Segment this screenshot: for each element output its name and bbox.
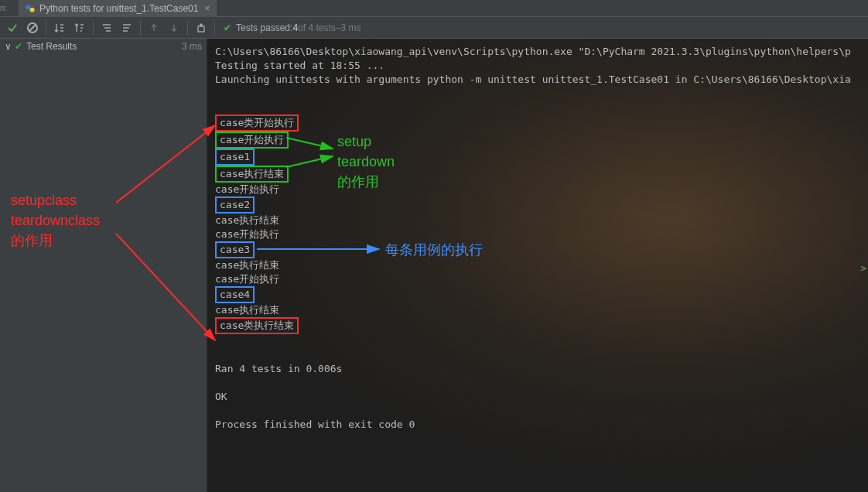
separator bbox=[93, 20, 94, 36]
annotation-setupclass: setupclass teardownclass 的作用 bbox=[11, 190, 100, 251]
console-line: C:\Users\86166\Desktop\xiaowang_api\venv… bbox=[215, 45, 868, 59]
tests-passed-of: of 4 tests bbox=[298, 22, 336, 33]
caret-right-icon: > bbox=[860, 261, 866, 275]
toolbar: ✔ Tests passed: 4 of 4 tests – 3 ms bbox=[0, 17, 868, 39]
chevron-down-icon: ∨ bbox=[5, 41, 12, 52]
out-class-start: case类开始执行 bbox=[215, 114, 868, 132]
annotation-setup-teardown: setup teardown 的作用 bbox=[337, 132, 395, 192]
console-blank bbox=[215, 376, 868, 390]
disable-icon[interactable] bbox=[23, 19, 42, 37]
test-results-root[interactable]: ∨ ✔ Test Results 3 ms bbox=[0, 39, 207, 54]
separator bbox=[46, 20, 46, 36]
sort-duration-icon[interactable] bbox=[70, 19, 89, 37]
out-case-end: case执行结束 bbox=[215, 303, 868, 317]
svg-line-3 bbox=[29, 25, 36, 31]
out-class-end: case类执行结束 bbox=[215, 317, 868, 334]
console-finished: Process finished with exit code 0 bbox=[215, 418, 868, 432]
check-icon[interactable] bbox=[3, 19, 22, 37]
separator bbox=[214, 20, 215, 36]
collapse-icon[interactable] bbox=[118, 19, 136, 37]
separator bbox=[140, 20, 141, 36]
console-blank bbox=[215, 404, 868, 418]
check-icon: ✔ bbox=[224, 22, 231, 33]
console-ok: OK bbox=[215, 390, 868, 404]
tests-passed-time: 3 ms bbox=[340, 22, 361, 33]
tests-passed-dash: – bbox=[336, 22, 341, 33]
console-ran: Ran 4 tests in 0.006s bbox=[215, 362, 868, 376]
next-failed-icon[interactable] bbox=[165, 19, 183, 37]
out-case-end: case执行结束 bbox=[215, 214, 868, 227]
console-blank bbox=[215, 348, 868, 362]
out-case-start: case开始执行 bbox=[215, 227, 868, 241]
svg-point-0 bbox=[26, 5, 30, 9]
expand-icon[interactable] bbox=[97, 19, 116, 37]
tab-close-icon[interactable]: × bbox=[204, 3, 210, 14]
out-case1: case1 bbox=[215, 149, 868, 166]
annotation-case-exec: 每条用例的执行 bbox=[385, 240, 483, 260]
console-blank bbox=[215, 87, 868, 101]
sort-alpha-icon[interactable] bbox=[50, 19, 69, 37]
console-output[interactable]: C:\Users\86166\Desktop\xiaowang_api\venv… bbox=[207, 39, 868, 492]
console-line: Testing started at 18:55 ... bbox=[215, 59, 868, 73]
out-case-end: case执行结束 bbox=[215, 166, 868, 183]
pass-icon: ✔ bbox=[15, 41, 22, 52]
tab-bar: n: Python tests for unittest_1.TestCase0… bbox=[0, 0, 868, 17]
out-case4: case4 bbox=[215, 286, 868, 303]
tab-python-tests[interactable]: Python tests for unittest_1.TestCase01 × bbox=[19, 0, 217, 17]
out-case-start: case开始执行 bbox=[215, 183, 868, 196]
out-case-start: case开始执行 bbox=[215, 272, 868, 286]
export-icon[interactable] bbox=[192, 19, 210, 37]
prev-failed-icon[interactable] bbox=[145, 19, 163, 37]
separator bbox=[187, 20, 188, 36]
console-blank bbox=[215, 334, 868, 348]
test-results-time: 3 ms bbox=[182, 41, 202, 52]
run-config-label: n: bbox=[0, 3, 7, 12]
tests-passed-status: ✔ Tests passed: 4 of 4 tests – 3 ms bbox=[224, 22, 361, 33]
console-line: Launching unittests with arguments pytho… bbox=[215, 73, 868, 87]
out-case2: case2 bbox=[215, 196, 868, 214]
console-blank bbox=[215, 101, 868, 114]
tests-passed-prefix: Tests passed: bbox=[236, 22, 292, 33]
tab-title: Python tests for unittest_1.TestCase01 bbox=[39, 3, 198, 14]
out-case-end: case执行结束 bbox=[215, 258, 868, 272]
tests-passed-count: 4 bbox=[292, 22, 298, 33]
out-case3: case3 bbox=[215, 241, 868, 258]
svg-point-1 bbox=[30, 7, 35, 12]
out-case-start: case开始执行 bbox=[215, 132, 868, 149]
test-tree-panel: ∨ ✔ Test Results 3 ms bbox=[0, 39, 207, 492]
python-icon bbox=[25, 3, 36, 14]
svg-rect-4 bbox=[198, 26, 204, 32]
test-results-label: Test Results bbox=[26, 41, 182, 52]
